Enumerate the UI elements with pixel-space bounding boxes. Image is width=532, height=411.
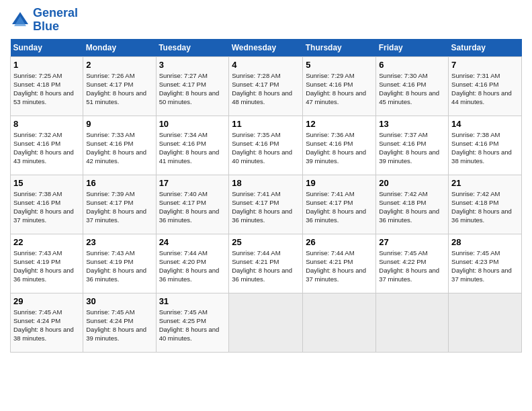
day-number: 28: [451, 237, 519, 247]
logo-icon: [10, 10, 30, 30]
day-info: Sunrise: 7:35 AMSunset: 4:16 PMDaylight:…: [232, 131, 292, 165]
day-info: Sunrise: 7:42 AMSunset: 4:18 PMDaylight:…: [451, 190, 512, 224]
calendar-cell: 12 Sunrise: 7:36 AMSunset: 4:16 PMDaylig…: [303, 116, 376, 175]
calendar-cell: 2 Sunrise: 7:26 AMSunset: 4:17 PMDayligh…: [83, 56, 156, 116]
day-info: Sunrise: 7:30 AMSunset: 4:16 PMDaylight:…: [379, 72, 439, 106]
day-info: Sunrise: 7:43 AMSunset: 4:19 PMDaylight:…: [13, 249, 74, 283]
day-number: 20: [379, 178, 445, 188]
calendar-cell: 29 Sunrise: 7:45 AMSunset: 4:24 PMDaylig…: [11, 293, 83, 352]
day-info: Sunrise: 7:36 AMSunset: 4:16 PMDaylight:…: [306, 131, 366, 165]
calendar-cell: 17 Sunrise: 7:40 AMSunset: 4:17 PMDaylig…: [156, 175, 229, 234]
day-number: 15: [13, 178, 80, 188]
day-info: Sunrise: 7:25 AMSunset: 4:18 PMDaylight:…: [13, 72, 74, 106]
day-number: 19: [306, 178, 373, 188]
calendar-cell: 5 Sunrise: 7:29 AMSunset: 4:16 PMDayligh…: [303, 56, 376, 116]
day-info: Sunrise: 7:42 AMSunset: 4:18 PMDaylight:…: [379, 190, 439, 224]
day-info: Sunrise: 7:45 AMSunset: 4:24 PMDaylight:…: [86, 308, 146, 342]
day-number: 10: [159, 119, 226, 129]
day-number: 31: [159, 296, 226, 306]
calendar-week-3: 15 Sunrise: 7:38 AMSunset: 4:16 PMDaylig…: [11, 175, 522, 234]
day-info: Sunrise: 7:40 AMSunset: 4:17 PMDaylight:…: [159, 190, 220, 224]
day-info: Sunrise: 7:45 AMSunset: 4:24 PMDaylight:…: [13, 308, 74, 342]
calendar-cell: 1 Sunrise: 7:25 AMSunset: 4:18 PMDayligh…: [11, 56, 83, 116]
calendar-cell: 31 Sunrise: 7:45 AMSunset: 4:25 PMDaylig…: [156, 293, 229, 352]
calendar-cell: 27 Sunrise: 7:45 AMSunset: 4:22 PMDaylig…: [376, 234, 449, 293]
day-info: Sunrise: 7:32 AMSunset: 4:16 PMDaylight:…: [13, 131, 74, 165]
calendar-cell: 19 Sunrise: 7:41 AMSunset: 4:17 PMDaylig…: [303, 175, 376, 234]
logo-text: General Blue: [33, 7, 78, 34]
calendar-cell: 9 Sunrise: 7:33 AMSunset: 4:16 PMDayligh…: [83, 116, 156, 175]
day-number: 7: [451, 60, 519, 70]
weekday-header-monday: Monday: [83, 39, 156, 57]
day-number: 3: [159, 60, 226, 70]
calendar-cell: 30 Sunrise: 7:45 AMSunset: 4:24 PMDaylig…: [83, 293, 156, 352]
weekday-header-wednesday: Wednesday: [229, 39, 303, 57]
day-info: Sunrise: 7:37 AMSunset: 4:16 PMDaylight:…: [379, 131, 439, 165]
calendar-cell: 10 Sunrise: 7:34 AMSunset: 4:16 PMDaylig…: [156, 116, 229, 175]
day-number: 11: [232, 119, 300, 129]
day-info: Sunrise: 7:43 AMSunset: 4:19 PMDaylight:…: [86, 249, 146, 283]
calendar-cell: 20 Sunrise: 7:42 AMSunset: 4:18 PMDaylig…: [376, 175, 449, 234]
day-info: Sunrise: 7:33 AMSunset: 4:16 PMDaylight:…: [86, 131, 146, 165]
day-info: Sunrise: 7:41 AMSunset: 4:17 PMDaylight:…: [306, 190, 366, 224]
calendar-cell: 22 Sunrise: 7:43 AMSunset: 4:19 PMDaylig…: [11, 234, 83, 293]
calendar-cell: 16 Sunrise: 7:39 AMSunset: 4:17 PMDaylig…: [83, 175, 156, 234]
calendar-cell: 7 Sunrise: 7:31 AMSunset: 4:16 PMDayligh…: [449, 56, 522, 116]
calendar-cell: [229, 293, 303, 352]
day-info: Sunrise: 7:44 AMSunset: 4:20 PMDaylight:…: [159, 249, 220, 283]
day-number: 30: [86, 296, 152, 306]
weekday-header-friday: Friday: [376, 39, 449, 57]
day-number: 29: [13, 296, 80, 306]
calendar-cell: 25 Sunrise: 7:44 AMSunset: 4:21 PMDaylig…: [229, 234, 303, 293]
day-number: 5: [306, 60, 373, 70]
day-number: 27: [379, 237, 445, 247]
calendar-cell: 4 Sunrise: 7:28 AMSunset: 4:17 PMDayligh…: [229, 56, 303, 116]
day-number: 12: [306, 119, 373, 129]
weekday-header-sunday: Sunday: [11, 39, 83, 57]
day-number: 6: [379, 60, 445, 70]
day-info: Sunrise: 7:26 AMSunset: 4:17 PMDaylight:…: [86, 72, 146, 106]
calendar-cell: 26 Sunrise: 7:44 AMSunset: 4:21 PMDaylig…: [303, 234, 376, 293]
day-number: 18: [232, 178, 300, 188]
calendar-cell: 13 Sunrise: 7:37 AMSunset: 4:16 PMDaylig…: [376, 116, 449, 175]
calendar-week-1: 1 Sunrise: 7:25 AMSunset: 4:18 PMDayligh…: [11, 56, 522, 116]
calendar-cell: 11 Sunrise: 7:35 AMSunset: 4:16 PMDaylig…: [229, 116, 303, 175]
calendar-cell: 21 Sunrise: 7:42 AMSunset: 4:18 PMDaylig…: [449, 175, 522, 234]
calendar-cell: 8 Sunrise: 7:32 AMSunset: 4:16 PMDayligh…: [11, 116, 83, 175]
day-info: Sunrise: 7:29 AMSunset: 4:16 PMDaylight:…: [306, 72, 366, 106]
day-number: 23: [86, 237, 152, 247]
day-info: Sunrise: 7:34 AMSunset: 4:16 PMDaylight:…: [159, 131, 220, 165]
day-number: 4: [232, 60, 300, 70]
day-info: Sunrise: 7:45 AMSunset: 4:25 PMDaylight:…: [159, 308, 220, 342]
day-number: 21: [451, 178, 519, 188]
day-info: Sunrise: 7:44 AMSunset: 4:21 PMDaylight:…: [232, 249, 292, 283]
weekday-header-thursday: Thursday: [303, 39, 376, 57]
calendar-cell: 3 Sunrise: 7:27 AMSunset: 4:17 PMDayligh…: [156, 56, 229, 116]
day-number: 2: [86, 60, 152, 70]
calendar-cell: 18 Sunrise: 7:41 AMSunset: 4:17 PMDaylig…: [229, 175, 303, 234]
day-info: Sunrise: 7:38 AMSunset: 4:16 PMDaylight:…: [13, 190, 74, 224]
day-number: 16: [86, 178, 152, 188]
day-number: 13: [379, 119, 445, 129]
calendar-cell: 24 Sunrise: 7:44 AMSunset: 4:20 PMDaylig…: [156, 234, 229, 293]
day-info: Sunrise: 7:45 AMSunset: 4:22 PMDaylight:…: [379, 249, 439, 283]
calendar-cell: [449, 293, 522, 352]
header: General Blue: [10, 7, 522, 34]
calendar-week-5: 29 Sunrise: 7:45 AMSunset: 4:24 PMDaylig…: [11, 293, 522, 352]
calendar-cell: 15 Sunrise: 7:38 AMSunset: 4:16 PMDaylig…: [11, 175, 83, 234]
day-info: Sunrise: 7:27 AMSunset: 4:17 PMDaylight:…: [159, 72, 220, 106]
logo: General Blue: [10, 7, 78, 34]
day-info: Sunrise: 7:39 AMSunset: 4:17 PMDaylight:…: [86, 190, 146, 224]
weekday-header-tuesday: Tuesday: [156, 39, 229, 57]
day-number: 25: [232, 237, 300, 247]
calendar-table: SundayMondayTuesdayWednesdayThursdayFrid…: [10, 39, 522, 353]
calendar-week-4: 22 Sunrise: 7:43 AMSunset: 4:19 PMDaylig…: [11, 234, 522, 293]
day-number: 17: [159, 178, 226, 188]
calendar-cell: 23 Sunrise: 7:43 AMSunset: 4:19 PMDaylig…: [83, 234, 156, 293]
day-info: Sunrise: 7:38 AMSunset: 4:16 PMDaylight:…: [451, 131, 512, 165]
weekday-header-saturday: Saturday: [449, 39, 522, 57]
calendar-container: General Blue SundayMondayTuesdayWednesda…: [0, 0, 532, 359]
calendar-cell: 6 Sunrise: 7:30 AMSunset: 4:16 PMDayligh…: [376, 56, 449, 116]
day-number: 14: [451, 119, 519, 129]
day-info: Sunrise: 7:44 AMSunset: 4:21 PMDaylight:…: [306, 249, 366, 283]
